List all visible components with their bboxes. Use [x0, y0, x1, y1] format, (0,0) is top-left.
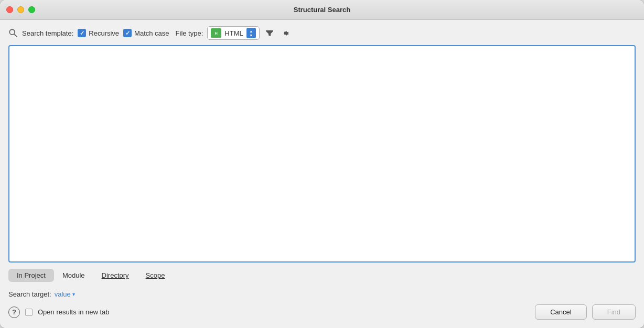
svg-line-1: [14, 34, 17, 37]
tab-module[interactable]: Module: [54, 269, 93, 282]
titlebar: Structural Search: [0, 0, 644, 20]
spinner-down-arrow: ▼: [249, 34, 253, 37]
open-results-checkbox[interactable]: [25, 309, 33, 316]
html-file-icon: H: [211, 28, 221, 38]
search-target-dropdown[interactable]: value ▾: [55, 290, 75, 298]
search-template-label: Search template:: [22, 29, 73, 37]
minimize-button[interactable]: [17, 6, 24, 13]
match-case-label: Match case: [134, 29, 169, 37]
match-case-checkbox-group[interactable]: ✓ Match case: [123, 29, 169, 37]
search-target-arrow: ▾: [72, 291, 75, 297]
footer-row: ? Open results in new tab Cancel Find: [8, 304, 636, 320]
help-button[interactable]: ?: [8, 307, 20, 318]
search-icon: [8, 28, 18, 38]
search-target-label: Search target:: [8, 290, 51, 298]
structural-search-window: Structural Search Search template: ✓ Rec…: [0, 0, 644, 328]
toolbar: Search template: ✓ Recursive ✓ Match cas…: [8, 26, 636, 40]
svg-point-0: [9, 29, 15, 35]
file-type-value: HTML: [224, 29, 243, 37]
spinner-up-arrow: ▲: [249, 29, 253, 33]
recursive-checkbox-group[interactable]: ✓ Recursive: [78, 29, 119, 37]
footer-left: ? Open results in new tab: [8, 307, 110, 318]
tab-scope[interactable]: Scope: [137, 269, 174, 282]
footer-buttons: Cancel Find: [535, 304, 636, 320]
file-type-spinner[interactable]: ▲ ▼: [246, 28, 256, 38]
file-type-label: File type:: [176, 29, 203, 37]
content-area: Search template: ✓ Recursive ✓ Match cas…: [0, 20, 644, 328]
recursive-checkbox[interactable]: ✓: [78, 29, 86, 37]
tab-in-project[interactable]: In Project: [8, 269, 54, 282]
cancel-button[interactable]: Cancel: [535, 304, 586, 320]
filter-icon[interactable]: [264, 27, 275, 39]
window-title: Structural Search: [294, 6, 350, 14]
open-results-label: Open results in new tab: [38, 308, 110, 316]
search-target-row: Search target: value ▾: [8, 290, 636, 298]
recursive-label: Recursive: [89, 29, 119, 37]
search-input[interactable]: [8, 45, 636, 263]
window-controls: [6, 6, 35, 13]
file-type-select[interactable]: H HTML ▲ ▼: [207, 26, 259, 40]
close-button[interactable]: [6, 6, 13, 13]
match-case-checkbox[interactable]: ✓: [123, 29, 132, 37]
gear-icon[interactable]: [280, 27, 291, 39]
find-button[interactable]: Find: [592, 304, 636, 320]
tabs-row: In Project Module Directory Scope: [8, 269, 636, 282]
tab-directory[interactable]: Directory: [93, 269, 137, 282]
help-icon: ?: [12, 308, 16, 316]
maximize-button[interactable]: [28, 6, 35, 13]
search-target-value-text: value: [55, 290, 71, 298]
bottom-section: Search target: value ▾ ? Open results in…: [8, 290, 636, 320]
